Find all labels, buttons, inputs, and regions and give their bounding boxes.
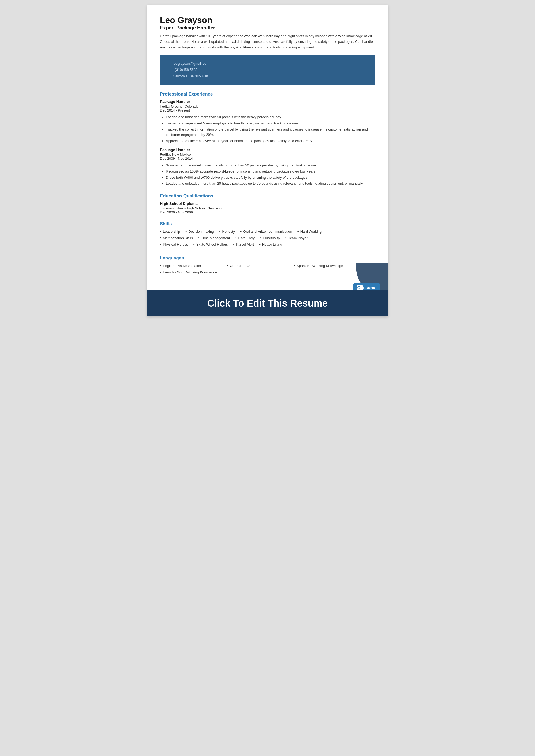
lang-item: French - Good Working Knowledge <box>160 270 217 274</box>
logo-icon: Cr <box>356 285 363 290</box>
skill-item: Time Management <box>198 236 230 240</box>
bullet-item: Scanned and recorded correct details of … <box>166 163 375 168</box>
skills-title: Skills <box>160 221 375 227</box>
skill-item: Parcel Alert <box>233 242 254 246</box>
contact-email: leograyson@gmail.com <box>173 61 362 67</box>
experience-section: Professional Experience Package Handler … <box>160 92 375 186</box>
bullet-item: Recognized as 100% accurate record-keepe… <box>166 169 375 174</box>
edu-school-1: Townsend Harris High School, New York <box>160 206 375 210</box>
contact-bar: leograyson@gmail.com +(310)458 5689 Cali… <box>160 55 375 85</box>
job-dates-2: Dec 2009 - Nov 2014 <box>160 156 375 160</box>
header-section: Leo Grayson Expert Package Handler Caref… <box>160 15 375 50</box>
education-section: Education Qualifications High School Dip… <box>160 193 375 214</box>
job-title-2: Package Handler <box>160 148 375 152</box>
languages-section: Languages English - Native Speaker Germa… <box>160 256 375 275</box>
skill-item: Oral and written communication <box>240 229 292 234</box>
skill-item: Memorization Skills <box>160 236 193 240</box>
skill-item: Hard Working <box>297 229 322 234</box>
skills-section: Skills Leadership Decision making Honest… <box>160 221 375 248</box>
job-company-2: FedEx, New Mexico <box>160 153 375 156</box>
skill-item: Decision making <box>185 229 214 234</box>
languages-grid: English - Native Speaker German - B2 Spa… <box>160 264 375 275</box>
skill-item: Heavy Lifting <box>259 242 282 246</box>
bullet-item: Loaded and unloaded more than 20 heavy p… <box>166 181 375 186</box>
skill-item: Data Entry <box>236 236 255 240</box>
skill-item: Punctuality <box>260 236 280 240</box>
contact-location: California, Beverly Hills <box>173 73 362 79</box>
resume-content: Leo Grayson Expert Package Handler Caref… <box>147 5 388 285</box>
lang-item: English - Native Speaker <box>160 264 213 268</box>
edu-entry-1: High School Diploma Townsend Harris High… <box>160 202 375 214</box>
experience-title: Professional Experience <box>160 92 375 97</box>
edu-degree-1: High School Diploma <box>160 202 375 206</box>
skill-item: Physical Fitness <box>160 242 188 246</box>
footer-cta-bar[interactable]: Click To Edit This Resume <box>147 290 388 317</box>
bullet-item: Drove both W900 and W700 delivery trucks… <box>166 175 375 181</box>
bullet-item: Loaded and unloaded more than 50 parcels… <box>166 115 375 120</box>
job-dates-1: Dec 2014 - Present <box>160 108 375 112</box>
skill-item: Leadership <box>160 229 180 234</box>
job-bullets-1: Loaded and unloaded more than 50 parcels… <box>160 115 375 144</box>
skills-row-2: Memorization Skills Time Management Data… <box>160 236 375 241</box>
resume-page: Leo Grayson Expert Package Handler Caref… <box>147 5 388 317</box>
skills-grid: Leadership Decision making Honesty Oral … <box>160 229 375 248</box>
candidate-title: Expert Package Handler <box>160 25 375 31</box>
candidate-name: Leo Grayson <box>160 15 375 25</box>
job-company-1: FedEx Ground, Colorado <box>160 104 375 108</box>
skill-item: Honesty <box>219 229 235 234</box>
logo-text: esuma <box>363 286 377 290</box>
contact-phone: +(310)458 5689 <box>173 67 362 73</box>
bullet-item: Appreciated as the employee of the year … <box>166 138 375 144</box>
edu-dates-1: Dec 2006 - Nov 2009 <box>160 210 375 214</box>
job-title-1: Package Handler <box>160 99 375 104</box>
skill-item: Skate Wheel Rollers <box>193 242 228 246</box>
skills-row-3: Physical Fitness Skate Wheel Rollers Par… <box>160 242 375 247</box>
bullet-item: Tracked the correct information of the p… <box>166 127 375 138</box>
candidate-summary: Careful package handler with 10+ years o… <box>160 34 375 50</box>
skill-item: Team Player <box>285 236 308 240</box>
skills-row-1: Leadership Decision making Honesty Oral … <box>160 229 375 235</box>
job-entry-1: Package Handler FedEx Ground, Colorado D… <box>160 99 375 144</box>
bullet-item: Trained and supervised 5 new employers t… <box>166 121 375 126</box>
job-bullets-2: Scanned and recorded correct details of … <box>160 163 375 186</box>
footer-cta-text: Click To Edit This Resume <box>207 298 327 309</box>
job-entry-2: Package Handler FedEx, New Mexico Dec 20… <box>160 148 375 186</box>
education-title: Education Qualifications <box>160 193 375 199</box>
lang-item: German - B2 <box>227 264 280 268</box>
languages-title: Languages <box>160 256 375 261</box>
lang-item: Spanish - Working Knowledge <box>294 264 347 268</box>
